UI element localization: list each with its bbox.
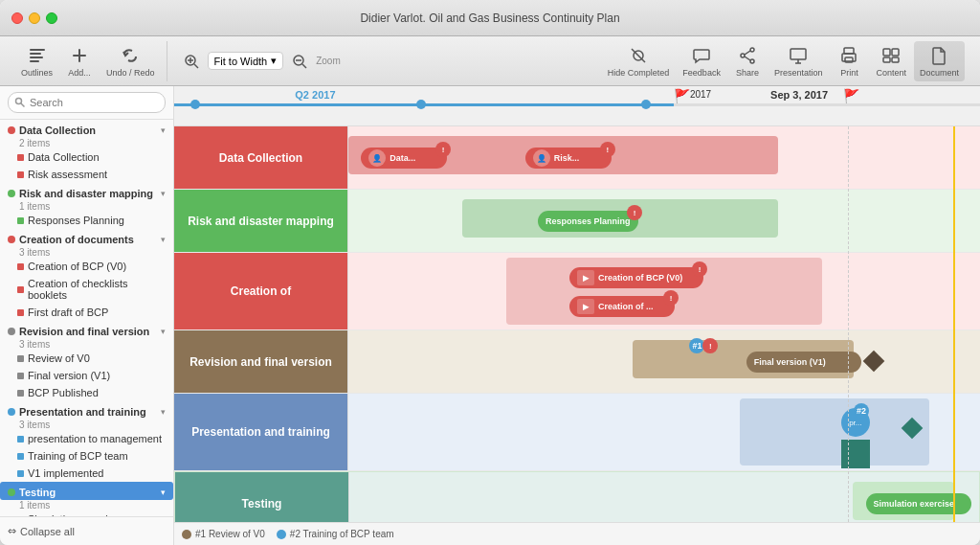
row-label-data-collection: Data Collection <box>174 126 348 189</box>
sidebar-item-v1-implemented[interactable]: V1 implemented <box>0 465 173 482</box>
presentation-icon <box>788 45 809 66</box>
sidebar-item-review-v0[interactable]: Review of V0 <box>0 350 173 367</box>
row-content-risk: Responses Planning ! <box>348 190 980 252</box>
row-label-text-revision: Revision and final version <box>189 355 332 369</box>
toolbar-group-main: Outlines Add... Undo / Redo <box>10 41 167 81</box>
sidebar-item-bcp-v0[interactable]: Creation of BCP (V0) <box>0 258 173 275</box>
close-button[interactable] <box>11 12 23 24</box>
task-avatar: 👤 <box>368 149 386 167</box>
sidebar-item-first-draft[interactable]: First draft of BCP <box>0 304 173 321</box>
feedback-button[interactable]: Feedback <box>677 41 726 81</box>
creation-of-task[interactable]: ▶ Creation of ... <box>569 296 675 317</box>
sidebar-group-header-risk[interactable]: Risk and disaster mapping ▾ <box>0 183 173 201</box>
pres-box-1 <box>841 440 870 468</box>
sidebar-group-header-testing[interactable]: Testing ▾ <box>0 482 173 500</box>
collapse-all-button[interactable]: ⇔ Collapse all <box>0 516 173 545</box>
gantt-row-presentation: Presentation and training pr... #2 <box>174 394 980 471</box>
print-button[interactable]: Print <box>830 41 868 81</box>
item-label: Responses Planning <box>28 215 124 226</box>
outlines-button[interactable]: Outlines <box>15 41 58 81</box>
row-label-text-testing: Testing <box>242 497 282 511</box>
data-task-2[interactable]: 👤 Risk... <box>525 148 612 169</box>
sidebar-item-pres-management[interactable]: presentation to management <box>0 430 173 447</box>
svg-rect-27 <box>892 49 899 56</box>
sidebar-item-training-bcp[interactable]: Training of BCP team <box>0 447 173 465</box>
presentation-bar <box>740 398 929 466</box>
sidebar-group-header-data-collection[interactable]: Data Collection ▾ <box>0 120 173 138</box>
group-chevron-testing: ▾ <box>161 488 166 497</box>
main-content: Data Collection ▾ 2 items Data Collectio… <box>0 86 980 545</box>
gantt-row-risk: Risk and disaster mapping Responses Plan… <box>174 190 980 253</box>
sidebar-group-header-revision[interactable]: Revision and final version ▾ <box>0 321 173 339</box>
group-count-data-collection: 2 items <box>0 138 173 148</box>
maximize-button[interactable] <box>46 12 57 24</box>
group-chevron-revision: ▾ <box>161 327 166 336</box>
content-button[interactable]: Content <box>870 41 912 81</box>
item-label: Creation of checklists booklets <box>28 278 166 301</box>
collapse-icon: ⇔ <box>8 525 16 537</box>
data-task-2-badge: ! <box>600 142 615 157</box>
item-dot <box>17 453 24 460</box>
share-button[interactable]: Share <box>728 41 767 81</box>
creation-of-badge: ! <box>663 290 679 306</box>
sidebar-group-creation: Creation of documents ▾ 3 items Creation… <box>0 229 173 321</box>
search-input[interactable] <box>8 92 166 113</box>
item-label: V1 implemented <box>28 467 104 479</box>
item-dot <box>17 154 24 161</box>
sidebar-item-risk-assessment[interactable]: Risk assessment <box>0 166 173 183</box>
svg-rect-29 <box>892 57 899 62</box>
toolbar-group-right: Hide Completed Feedback Share Presentati… <box>596 41 970 81</box>
traffic-lights <box>11 12 57 24</box>
add-button[interactable]: Add... <box>60 41 99 81</box>
pres-badge-2: #2 <box>854 403 869 419</box>
zoom-out-icon[interactable] <box>289 51 310 72</box>
responses-planning-task[interactable]: Responses Planning <box>538 211 638 232</box>
app-window: Didier Varlot. Oil and Gas Business Cont… <box>0 0 980 545</box>
simulation-task[interactable]: Simulation exercise <box>866 493 971 514</box>
sidebar-item-bcp-published[interactable]: BCP Published <box>0 384 173 401</box>
sidebar-item-data-collection[interactable]: Data Collection <box>0 148 173 166</box>
flag-marker-2: 🚩 <box>843 88 859 103</box>
task-label-bcp: Creation of BCP (V0) <box>598 273 682 283</box>
group-count-creation: 3 items <box>0 247 173 258</box>
print-icon <box>838 45 859 66</box>
sidebar-group-header-creation[interactable]: Creation of documents ▾ <box>0 229 173 247</box>
data-task-1[interactable]: 👤 Data... <box>361 148 447 169</box>
row-label-text-creation: Creation of <box>231 284 291 298</box>
svg-rect-25 <box>845 57 853 62</box>
final-v1-task[interactable]: Final version (V1) <box>746 352 861 373</box>
hide-completed-button[interactable]: Hide Completed <box>602 41 676 81</box>
legend-label-review-v0: #1 Review of V0 <box>195 529 265 539</box>
item-dot <box>17 171 24 178</box>
zoom-select[interactable]: Fit to Width ▾ <box>208 52 284 70</box>
sidebar-group-header-presentation[interactable]: Presentation and training ▾ <box>0 401 173 420</box>
row-label-revision: Revision and final version <box>174 330 348 393</box>
gantt-area: Q2 2017 🚩 2017 🚩 Sep 3, 2017 <box>174 86 980 545</box>
minimize-button[interactable] <box>29 12 40 24</box>
sidebar-item-final-v1[interactable]: Final version (V1) <box>0 367 173 384</box>
svg-line-19 <box>745 57 750 60</box>
row-label-text-risk: Risk and disaster mapping <box>188 215 334 228</box>
item-label: BCP Published <box>28 387 99 398</box>
svg-rect-0 <box>30 49 45 51</box>
content-icon <box>880 45 902 66</box>
zoom-in-icon[interactable] <box>181 51 202 72</box>
item-dot <box>17 263 24 270</box>
sidebar-item-checklists[interactable]: Creation of checklists booklets <box>0 275 173 304</box>
add-icon <box>69 45 90 66</box>
row-label-text-data-collection: Data Collection <box>219 151 302 165</box>
sidebar-group-testing: Testing ▾ 1 items Simulation exercise <box>0 482 173 516</box>
bcp-v0-task[interactable]: ▶ Creation of BCP (V0) <box>569 267 703 288</box>
group-title-revision: Revision and final version <box>19 326 157 337</box>
share-icon <box>737 45 758 66</box>
svg-rect-28 <box>883 57 890 62</box>
row-label-creation: Creation of <box>174 253 348 329</box>
document-button[interactable]: Document <box>914 41 965 81</box>
toolbar: Outlines Add... Undo / Redo Fit t <box>0 36 980 86</box>
presentation-button[interactable]: Presentation <box>768 41 829 81</box>
svg-rect-20 <box>791 49 806 59</box>
group-title-presentation: Presentation and training <box>19 406 157 418</box>
svg-line-7 <box>194 64 198 68</box>
sidebar-item-responses-planning[interactable]: Responses Planning <box>0 212 173 229</box>
undo-redo-button[interactable]: Undo / Redo <box>100 41 161 81</box>
